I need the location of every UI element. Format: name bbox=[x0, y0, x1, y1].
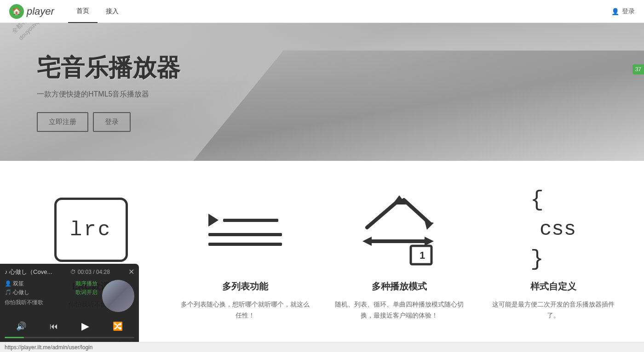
svg-text:1: 1 bbox=[420, 250, 425, 261]
player-close-button[interactable]: ✕ bbox=[128, 267, 134, 276]
brand-name: player bbox=[27, 6, 54, 17]
feature-modes-desc: 随机、列表、循环、单曲四种播放模式随心切换，最接近客户端的体验！ bbox=[335, 299, 464, 321]
player-play-button[interactable]: ▶ bbox=[78, 318, 93, 334]
playlist-row-3 bbox=[208, 243, 282, 246]
login-link[interactable]: 👤 登录 bbox=[611, 7, 644, 16]
player-shuffle-button[interactable]: 🔀 bbox=[109, 319, 126, 333]
modes-icon-container: 1 bbox=[358, 188, 441, 271]
url-text: https://player.ilt.me/admin/user/login bbox=[5, 344, 92, 351]
player-playlist-name: 👤 双笙 bbox=[5, 280, 24, 288]
modes-icon-svg: 1 bbox=[358, 191, 441, 269]
feature-playlist-desc: 多个列表随心换，想听哪个就听哪个，就这么任性！ bbox=[181, 299, 310, 321]
player-track-name: 🎵 心做し bbox=[5, 289, 29, 296]
player-lyrics: 你怕我听不懂歌 bbox=[5, 298, 98, 307]
play-triangle-icon bbox=[208, 214, 218, 227]
user-icon: 👤 bbox=[611, 8, 619, 15]
playlist-line-1 bbox=[223, 219, 278, 222]
css-brace-close: } bbox=[530, 244, 576, 275]
lrc-box-icon: lrc bbox=[54, 198, 128, 262]
player-progress[interactable] bbox=[0, 337, 139, 340]
player-controls: 🔊 ⏮ ▶ 🔀 bbox=[0, 316, 139, 337]
navbar: 🏠 player 首页 接入 👤 登录 bbox=[0, 0, 644, 23]
nav-item-connect[interactable]: 接入 bbox=[98, 0, 127, 23]
feature-playlist-title: 多列表功能 bbox=[222, 280, 268, 293]
player-widget: ♪ 心做し（Cove... ⏱ 00:03 / 04:28 ✕ 👤 双笙 顺序播… bbox=[0, 264, 139, 352]
player-seq-mode[interactable]: 顺序播放 bbox=[75, 280, 98, 288]
hero-section: 宅音乐播放器 一款方便快捷的HTML5音乐播放器 立即注册 登录 bbox=[0, 23, 644, 161]
playlist-icon-graphic bbox=[208, 214, 282, 246]
nav-menu: 首页 接入 bbox=[68, 0, 127, 23]
hero-login-button[interactable]: 登录 bbox=[93, 112, 131, 132]
player-time: ⏱ 00:03 / 04:28 bbox=[70, 269, 109, 275]
svg-marker-5 bbox=[362, 237, 372, 246]
playlist-row-2 bbox=[208, 233, 282, 236]
player-prev-button[interactable]: ⏮ bbox=[46, 320, 62, 333]
player-meta-playlist: 👤 双笙 顺序播放 bbox=[5, 280, 98, 288]
hero-content: 宅音乐播放器 一款方便快捷的HTML5音乐播放器 立即注册 登录 bbox=[0, 52, 217, 132]
brand-icon: 🏠 bbox=[9, 4, 24, 19]
nav-item-home[interactable]: 首页 bbox=[68, 0, 98, 23]
progress-fill bbox=[5, 337, 24, 338]
svg-line-2 bbox=[404, 200, 429, 223]
brand[interactable]: 🏠 player bbox=[0, 4, 63, 19]
lrc-icon: lrc bbox=[50, 188, 132, 271]
music-icon: 🎵 bbox=[5, 289, 12, 295]
css-icon-container: { css } bbox=[512, 188, 595, 271]
player-cover-image bbox=[102, 280, 134, 312]
player-cover bbox=[102, 280, 134, 312]
player-volume-small[interactable]: 🔊 bbox=[12, 319, 30, 333]
feature-modes: 1 多种播放模式 随机、列表、循环、单曲四种播放模式随心切换，最接近客户端的体验… bbox=[335, 188, 464, 321]
player-song-name: ♪ 心做し（Cove... bbox=[5, 268, 52, 276]
hero-title: 宅音乐播放器 bbox=[37, 52, 180, 84]
user-icon-small: 👤 bbox=[5, 280, 12, 287]
progress-bar bbox=[5, 337, 134, 338]
online-badge: 37 bbox=[632, 64, 644, 74]
css-text: css bbox=[530, 216, 576, 244]
player-info: 👤 双笙 顺序播放 🎵 心做し 歌词开启 你怕我听不懂歌 bbox=[5, 280, 98, 312]
feature-modes-title: 多种播放模式 bbox=[372, 280, 427, 293]
playlist-line-3 bbox=[208, 243, 282, 246]
player-meta-track: 🎵 心做し 歌词开启 bbox=[5, 289, 98, 296]
hero-buttons: 立即注册 登录 bbox=[37, 112, 180, 132]
feature-css-desc: 这可能是最方便二次开发的音乐播放器插件了。 bbox=[489, 299, 618, 321]
player-main: 👤 双笙 顺序播放 🎵 心做し 歌词开启 你怕我听不懂歌 bbox=[0, 278, 139, 316]
login-label: 登录 bbox=[622, 7, 635, 16]
feature-css: { css } 样式自定义 这可能是最方便二次开发的音乐播放器插件了。 bbox=[489, 188, 618, 321]
css-icon-graphic: { css } bbox=[530, 185, 576, 275]
svg-marker-6 bbox=[425, 237, 434, 246]
player-lrc-toggle[interactable]: 歌词开启 bbox=[75, 289, 98, 296]
svg-marker-3 bbox=[425, 221, 434, 230]
feature-css-title: 样式自定义 bbox=[530, 280, 576, 293]
register-button[interactable]: 立即注册 bbox=[37, 112, 88, 132]
playlist-icon bbox=[204, 188, 287, 271]
player-top-bar: ♪ 心做し（Cove... ⏱ 00:03 / 04:28 ✕ bbox=[0, 264, 139, 278]
hero-subtitle: 一款方便快捷的HTML5音乐播放器 bbox=[37, 90, 180, 99]
url-bar: https://player.ilt.me/admin/user/login bbox=[0, 342, 644, 352]
css-brace-open: { bbox=[530, 185, 576, 216]
playlist-line-2 bbox=[208, 233, 282, 236]
playlist-row-1 bbox=[208, 214, 278, 227]
feature-playlist: 多列表功能 多个列表随心换，想听哪个就听哪个，就这么任性！ bbox=[181, 188, 310, 321]
